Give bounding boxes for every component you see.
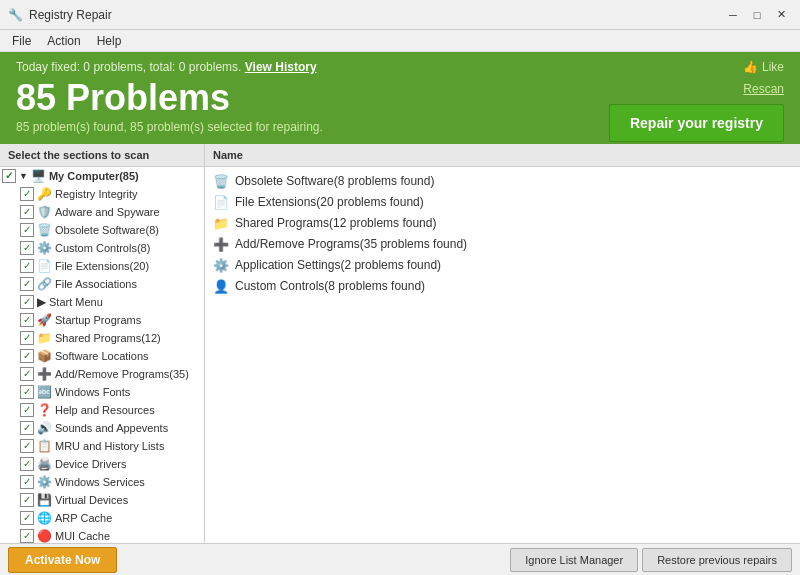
tree-check-start-menu[interactable]: ✓ (20, 295, 34, 309)
tree-check-obsolete-software[interactable]: ✓ (20, 223, 34, 237)
tree-icon-virtual-devices: 💾 (37, 493, 52, 507)
right-item-label: Custom Controls(8 problems found) (235, 279, 425, 293)
right-list-item[interactable]: ⚙️Application Settings(2 problems found) (205, 255, 800, 276)
right-list: 🗑️Obsolete Software(8 problems found)📄Fi… (205, 167, 800, 543)
tree-check-custom-controls[interactable]: ✓ (20, 241, 34, 255)
tree-label-sounds-appevents: Sounds and Appevents (55, 422, 168, 434)
right-item-label: Shared Programs(12 problems found) (235, 216, 436, 230)
tree-check-virtual-devices[interactable]: ✓ (20, 493, 34, 507)
ignore-list-button[interactable]: Ignore List Manager (510, 548, 638, 572)
activate-button[interactable]: Activate Now (8, 547, 117, 573)
tree-item-shared-programs[interactable]: ✓📁Shared Programs(12) (0, 329, 204, 347)
tree-icon-help-resources: ❓ (37, 403, 52, 417)
right-list-item[interactable]: 📁Shared Programs(12 problems found) (205, 213, 800, 234)
right-list-item[interactable]: 📄File Extensions(20 problems found) (205, 192, 800, 213)
tree-label-software-locations: Software Locations (55, 350, 149, 362)
tree-check-registry-integrity[interactable]: ✓ (20, 187, 34, 201)
tree-icon-software-locations: 📦 (37, 349, 52, 363)
tree-item-add-remove-programs[interactable]: ✓➕Add/Remove Programs(35) (0, 365, 204, 383)
banner-right: 👍 Like Rescan Repair your registry (609, 60, 784, 142)
tree-icon-sounds-appevents: 🔊 (37, 421, 52, 435)
tree-item-arp-cache[interactable]: ✓🌐ARP Cache (0, 509, 204, 527)
tree-item-file-associations[interactable]: ✓🔗File Associations (0, 275, 204, 293)
menu-help[interactable]: Help (89, 32, 130, 50)
tree-item-start-menu[interactable]: ✓▶Start Menu (0, 293, 204, 311)
tree-item-startup-programs[interactable]: ✓🚀Startup Programs (0, 311, 204, 329)
tree-check-file-extensions[interactable]: ✓ (20, 259, 34, 273)
right-list-item[interactable]: 👤Custom Controls(8 problems found) (205, 276, 800, 297)
tree-icon-start-menu: ▶ (37, 295, 46, 309)
tree-item-obsolete-software[interactable]: ✓🗑️Obsolete Software(8) (0, 221, 204, 239)
tree-item-mui-cache[interactable]: ✓🔴MUI Cache (0, 527, 204, 543)
right-item-icon: 🗑️ (213, 174, 229, 189)
menu-bar: File Action Help (0, 30, 800, 52)
menu-action[interactable]: Action (39, 32, 88, 50)
tree-item-windows-fonts[interactable]: ✓🔤Windows Fonts (0, 383, 204, 401)
title-bar: 🔧 Registry Repair ─ □ ✕ (0, 0, 800, 30)
tree-item-custom-controls[interactable]: ✓⚙️Custom Controls(8) (0, 239, 204, 257)
tree-check-mui-cache[interactable]: ✓ (20, 529, 34, 543)
minimize-button[interactable]: ─ (722, 5, 744, 25)
tree-item-file-extensions[interactable]: ✓📄File Extensions(20) (0, 257, 204, 275)
tree-item-software-locations[interactable]: ✓📦Software Locations (0, 347, 204, 365)
right-panel: Name 🗑️Obsolete Software(8 problems foun… (205, 144, 800, 543)
tree-check-device-drivers[interactable]: ✓ (20, 457, 34, 471)
tree-check-arp-cache[interactable]: ✓ (20, 511, 34, 525)
tree-icon-registry-integrity: 🔑 (37, 187, 52, 201)
tree-check-my-computer[interactable]: ✓ (2, 169, 16, 183)
restore-repairs-button[interactable]: Restore previous repairs (642, 548, 792, 572)
repair-button[interactable]: Repair your registry (609, 104, 784, 142)
tree-item-help-resources[interactable]: ✓❓Help and Resources (0, 401, 204, 419)
app-icon: 🔧 (8, 8, 23, 22)
tree-icon-add-remove-programs: ➕ (37, 367, 52, 381)
close-button[interactable]: ✕ (770, 5, 792, 25)
right-item-icon: 👤 (213, 279, 229, 294)
expand-arrow-icon: ▼ (19, 171, 28, 181)
window-controls: ─ □ ✕ (722, 5, 792, 25)
tree-check-sounds-appevents[interactable]: ✓ (20, 421, 34, 435)
tree-icon-windows-services: ⚙️ (37, 475, 52, 489)
tree-label-arp-cache: ARP Cache (55, 512, 112, 524)
tree-check-file-associations[interactable]: ✓ (20, 277, 34, 291)
tree-check-software-locations[interactable]: ✓ (20, 349, 34, 363)
tree-item-device-drivers[interactable]: ✓🖨️Device Drivers (0, 455, 204, 473)
tree-icon-device-drivers: 🖨️ (37, 457, 52, 471)
tree-item-adware-spyware[interactable]: ✓🛡️Adware and Spyware (0, 203, 204, 221)
tree-label-file-associations: File Associations (55, 278, 137, 290)
tree-container[interactable]: ✓▼🖥️My Computer(85)✓🔑Registry Integrity✓… (0, 167, 204, 543)
tree-check-startup-programs[interactable]: ✓ (20, 313, 34, 327)
left-panel: Select the sections to scan ✓▼🖥️My Compu… (0, 144, 205, 543)
maximize-button[interactable]: □ (746, 5, 768, 25)
tree-icon-windows-fonts: 🔤 (37, 385, 52, 399)
tree-check-help-resources[interactable]: ✓ (20, 403, 34, 417)
right-panel-header: Name (205, 144, 800, 167)
tree-item-mru-history[interactable]: ✓📋MRU and History Lists (0, 437, 204, 455)
tree-item-my-computer[interactable]: ✓▼🖥️My Computer(85) (0, 167, 204, 185)
tree-icon-shared-programs: 📁 (37, 331, 52, 345)
right-item-label: Add/Remove Programs(35 problems found) (235, 237, 467, 251)
tree-check-adware-spyware[interactable]: ✓ (20, 205, 34, 219)
tree-label-help-resources: Help and Resources (55, 404, 155, 416)
rescan-link[interactable]: Rescan (743, 82, 784, 96)
tree-item-registry-integrity[interactable]: ✓🔑Registry Integrity (0, 185, 204, 203)
tree-item-windows-services[interactable]: ✓⚙️Windows Services (0, 473, 204, 491)
tree-label-mui-cache: MUI Cache (55, 530, 110, 542)
tree-icon-obsolete-software: 🗑️ (37, 223, 52, 237)
right-list-item[interactable]: 🗑️Obsolete Software(8 problems found) (205, 171, 800, 192)
tree-check-shared-programs[interactable]: ✓ (20, 331, 34, 345)
tree-check-windows-services[interactable]: ✓ (20, 475, 34, 489)
menu-file[interactable]: File (4, 32, 39, 50)
tree-icon-file-extensions: 📄 (37, 259, 52, 273)
tree-item-sounds-appevents[interactable]: ✓🔊Sounds and Appevents (0, 419, 204, 437)
right-list-item[interactable]: ➕Add/Remove Programs(35 problems found) (205, 234, 800, 255)
tree-icon-custom-controls: ⚙️ (37, 241, 52, 255)
tree-check-mru-history[interactable]: ✓ (20, 439, 34, 453)
window-title: Registry Repair (29, 8, 722, 22)
view-history-link[interactable]: View History (245, 60, 317, 74)
tree-label-start-menu: Start Menu (49, 296, 103, 308)
tree-check-add-remove-programs[interactable]: ✓ (20, 367, 34, 381)
like-button[interactable]: 👍 Like (743, 60, 784, 74)
tree-check-windows-fonts[interactable]: ✓ (20, 385, 34, 399)
tree-label-virtual-devices: Virtual Devices (55, 494, 128, 506)
tree-item-virtual-devices[interactable]: ✓💾Virtual Devices (0, 491, 204, 509)
